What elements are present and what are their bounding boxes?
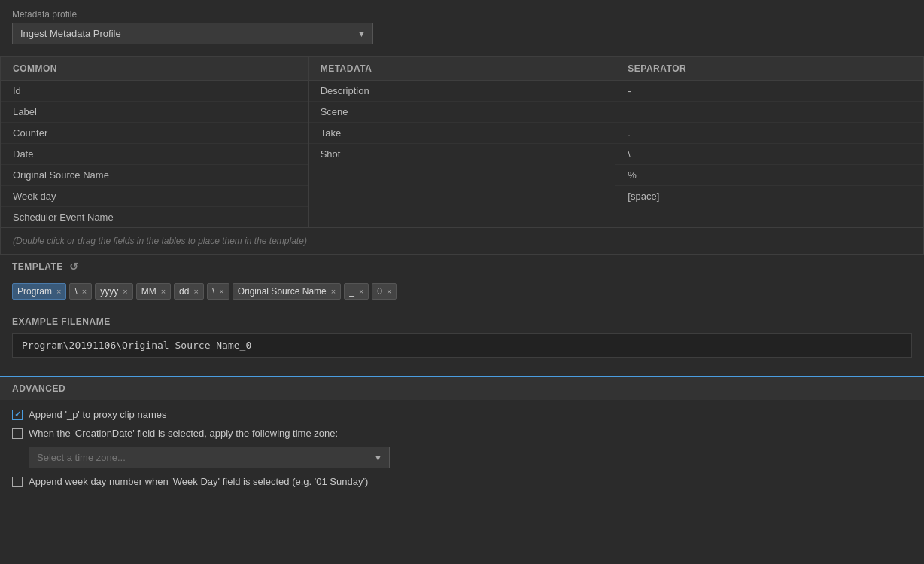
template-token[interactable]: \ × <box>207 283 229 300</box>
token-remove-button[interactable]: × <box>193 288 198 296</box>
list-item[interactable]: Date <box>1 144 308 165</box>
hint-text: (Double click or drag the fields in the … <box>1 228 923 254</box>
token-remove-button[interactable]: × <box>82 288 87 296</box>
list-item[interactable]: % <box>615 165 923 186</box>
list-item[interactable]: Counter <box>1 123 308 144</box>
template-header-label: TEMPLATE <box>12 261 63 272</box>
fields-section: COMMON Id Label Counter Date Original So… <box>0 56 924 255</box>
advanced-option-1: ✓ Append '_p' to proxy clip names <box>12 409 912 420</box>
token-label: dd <box>179 286 189 297</box>
token-remove-button[interactable]: × <box>56 288 61 296</box>
list-item[interactable]: . <box>615 123 923 144</box>
token-remove-button[interactable]: × <box>123 288 127 296</box>
example-section: EXAMPLE FILENAME Program\20191106\Origin… <box>0 310 924 370</box>
list-item[interactable]: Scheduler Event Name <box>1 207 308 227</box>
metadata-profile-label: Metadata profile <box>12 9 912 20</box>
advanced-header: ADVANCED <box>0 377 924 400</box>
list-item[interactable]: [space] <box>615 186 923 206</box>
list-item[interactable]: \ <box>615 144 923 165</box>
template-token[interactable]: Program × <box>12 283 66 300</box>
list-item[interactable]: Original Source Name <box>1 165 308 186</box>
profile-select-wrapper: Ingest Metadata Profile ▼ <box>12 23 373 44</box>
template-token[interactable]: dd × <box>174 283 204 300</box>
token-label: \ <box>74 286 77 297</box>
token-remove-button[interactable]: × <box>359 288 363 296</box>
template-tokens: Program × \ × yyyy × MM × dd × \ × Ori <box>12 279 912 304</box>
top-section: Metadata profile Ingest Metadata Profile… <box>0 0 924 44</box>
common-column-header: COMMON <box>1 57 308 81</box>
list-item[interactable]: Scene <box>309 102 615 123</box>
token-remove-button[interactable]: × <box>331 288 336 296</box>
list-item[interactable]: _ <box>615 102 923 123</box>
template-token[interactable]: yyyy × <box>95 283 132 300</box>
template-token[interactable]: 0 × <box>372 283 397 300</box>
template-section: TEMPLATE ↺ Program × \ × yyyy × MM × dd … <box>0 255 924 310</box>
advanced-content: ✓ Append '_p' to proxy clip names When t… <box>0 400 924 496</box>
template-token[interactable]: MM × <box>136 283 171 300</box>
separator-column: SEPARATOR - _ . \ % [space] <box>615 57 923 227</box>
timezone-select-wrapper: Select a time zone... ▼ <box>29 447 390 468</box>
timezone-select[interactable]: Select a time zone... <box>29 447 390 468</box>
checkbox-creation-date[interactable] <box>12 428 23 439</box>
token-remove-button[interactable]: × <box>161 288 166 296</box>
separator-column-header: SEPARATOR <box>615 57 923 81</box>
list-item[interactable]: Description <box>309 81 615 102</box>
reset-template-icon[interactable]: ↺ <box>69 261 81 273</box>
token-remove-button[interactable]: × <box>387 288 391 296</box>
list-item[interactable]: Shot <box>309 144 615 164</box>
example-filename: Program\20191106\Original Source Name_0 <box>12 333 912 358</box>
advanced-section: ADVANCED ✓ Append '_p' to proxy clip nam… <box>0 376 924 496</box>
checkmark-icon: ✓ <box>14 410 21 419</box>
list-item[interactable]: Id <box>1 81 308 102</box>
checkbox-append-proxy[interactable]: ✓ <box>12 410 23 420</box>
append-proxy-label: Append '_p' to proxy clip names <box>29 409 166 420</box>
token-label: _ <box>349 286 354 297</box>
list-item[interactable]: Label <box>1 102 308 123</box>
week-day-label: Append week day number when 'Week Day' f… <box>29 476 368 487</box>
token-remove-button[interactable]: × <box>219 288 223 296</box>
advanced-option-3: Append week day number when 'Week Day' f… <box>12 476 912 487</box>
checkbox-week-day[interactable] <box>12 477 23 487</box>
metadata-column-header: METADATA <box>309 57 615 81</box>
list-item[interactable]: Take <box>309 123 615 144</box>
template-token[interactable]: _ × <box>344 283 369 300</box>
token-label: 0 <box>377 286 382 297</box>
token-label: MM <box>141 286 157 297</box>
fields-grid: COMMON Id Label Counter Date Original So… <box>1 57 923 228</box>
token-label: yyyy <box>100 286 118 297</box>
template-token-original-source-name[interactable]: Original Source Name × <box>233 283 342 300</box>
advanced-option-2: When the 'CreationDate' field is selecte… <box>12 428 912 439</box>
common-column: COMMON Id Label Counter Date Original So… <box>1 57 309 227</box>
template-token[interactable]: \ × <box>69 283 92 300</box>
metadata-profile-select[interactable]: Ingest Metadata Profile <box>12 23 373 44</box>
token-label: Original Source Name <box>238 286 327 297</box>
example-header: EXAMPLE FILENAME <box>12 316 912 327</box>
list-item[interactable]: - <box>615 81 923 102</box>
creation-date-label: When the 'CreationDate' field is selecte… <box>29 428 338 439</box>
template-header: TEMPLATE ↺ <box>12 261 912 273</box>
token-label: \ <box>212 286 214 297</box>
token-label: Program <box>17 286 52 297</box>
metadata-column: METADATA Description Scene Take Shot <box>309 57 616 227</box>
list-item[interactable]: Week day <box>1 186 308 207</box>
